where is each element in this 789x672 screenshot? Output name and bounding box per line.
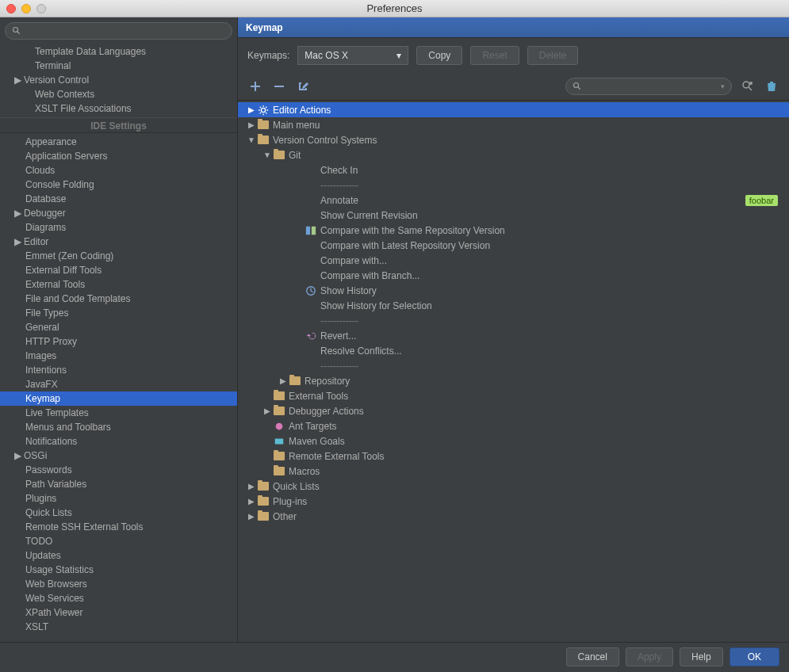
sidebar-item[interactable]: Images [0, 349, 237, 363]
svg-rect-3 [255, 82, 256, 91]
window-title: Preferences [0, 2, 789, 14]
sidebar-list[interactable]: Template Data LanguagesTerminal▶Version … [0, 44, 237, 642]
find-by-shortcut-icon[interactable] [740, 78, 756, 94]
sidebar-item[interactable]: JavaFX [0, 377, 237, 391]
sidebar-item[interactable]: ▶Version Control [0, 73, 237, 87]
sidebar-item[interactable]: Live Templates [0, 406, 237, 420]
tree-row[interactable]: ▶Debugger Actions [238, 403, 789, 418]
tree-row[interactable]: Annotatefoobar [238, 193, 789, 208]
sidebar-item[interactable]: XPath Viewer [0, 605, 237, 620]
tree-row[interactable]: Compare with... [238, 253, 789, 268]
sidebar-item[interactable]: Keymap [0, 391, 237, 406]
sidebar-item[interactable]: Web Browsers [0, 577, 237, 591]
tree-row[interactable]: ▼Version Control Systems [238, 132, 789, 147]
cancel-button[interactable]: Cancel [566, 647, 619, 666]
sidebar-item[interactable]: TODO [0, 534, 237, 548]
tree-row[interactable]: Resolve Conflicts... [238, 343, 789, 358]
sidebar-item[interactable]: Web Contexts [0, 87, 237, 101]
sidebar-section-header: IDE Settings [0, 117, 237, 133]
keymaps-dropdown[interactable]: Mac OS X ▾ [297, 46, 408, 65]
tree-row[interactable]: Show Current Revision [238, 208, 789, 223]
sidebar-item[interactable]: XSLT File Associations [0, 101, 237, 116]
sidebar-item[interactable]: External Diff Tools [0, 263, 237, 277]
svg-rect-12 [312, 226, 316, 235]
sidebar-item[interactable]: Passwords [0, 463, 237, 477]
ok-button[interactable]: OK [730, 647, 779, 666]
action-search[interactable]: ▾ [565, 78, 732, 95]
sidebar-item[interactable]: Usage Statistics [0, 563, 237, 577]
sidebar-item[interactable]: Application Servers [0, 149, 237, 163]
tree-row[interactable]: Maven Goals [238, 433, 789, 449]
keymap-subtoolbar: ▾ [238, 73, 789, 101]
tree-row[interactable]: ------------ [238, 358, 789, 373]
tree-row[interactable]: Check In [238, 162, 789, 178]
tree-row[interactable]: ▼Git [238, 147, 789, 162]
svg-point-7 [743, 82, 749, 88]
edit-shortcut-icon[interactable] [295, 78, 311, 94]
sidebar-item[interactable]: Menus and Toolbars [0, 420, 237, 434]
sidebar-item[interactable]: Appearance [0, 135, 237, 149]
search-icon [573, 82, 582, 91]
keymaps-value: Mac OS X [304, 50, 348, 61]
copy-button[interactable]: Copy [416, 46, 462, 65]
sidebar-item[interactable]: Emmet (Zen Coding) [0, 249, 237, 263]
sidebar-item[interactable]: File and Code Templates [0, 292, 237, 306]
chevron-down-icon: ▾ [396, 50, 401, 61]
sidebar-item[interactable]: Terminal [0, 59, 237, 73]
action-search-input[interactable] [585, 81, 721, 92]
tree-row[interactable]: Compare with Branch... [238, 268, 789, 283]
sidebar-item[interactable]: Notifications [0, 434, 237, 449]
tree-row[interactable]: ▶Plug-ins [238, 494, 789, 509]
sidebar-item[interactable]: Database [0, 192, 237, 206]
expand-all-icon[interactable] [247, 78, 263, 94]
tree-row[interactable]: Compare with Latest Repository Version [238, 238, 789, 253]
help-button[interactable]: Help [680, 647, 723, 666]
tree-row[interactable]: Compare with the Same Repository Version [238, 223, 789, 238]
sidebar-item[interactable]: HTTP Proxy [0, 334, 237, 349]
tree-row[interactable]: ▶Main menu [238, 117, 789, 132]
sidebar-item[interactable]: General [0, 320, 237, 334]
sidebar-search-input[interactable] [25, 25, 225, 36]
tree-row[interactable]: ▶Other [238, 509, 789, 524]
sidebar-item[interactable]: External Tools [0, 277, 237, 292]
keymap-tree[interactable]: ▶Editor Actions▶Main menu▼Version Contro… [238, 101, 789, 642]
svg-line-6 [578, 87, 580, 90]
sidebar-item[interactable]: Intentions [0, 363, 237, 377]
tree-row[interactable]: Ant Targets [238, 418, 789, 433]
sidebar-item[interactable]: Plugins [0, 491, 237, 506]
sidebar-item[interactable]: Diagrams [0, 220, 237, 235]
tree-row[interactable]: ------------ [238, 313, 789, 328]
panel-title: Keymap [238, 17, 789, 38]
sidebar-item[interactable]: Quick Lists [0, 506, 237, 520]
tree-row[interactable]: ▶Repository [238, 373, 789, 388]
shortcut-badge: foobar [745, 195, 778, 206]
tree-row[interactable]: ------------ [238, 178, 789, 193]
sidebar-item[interactable]: Web Services [0, 591, 237, 605]
keymaps-label: Keymaps: [247, 50, 289, 61]
collapse-all-icon[interactable] [271, 78, 287, 94]
sidebar-item[interactable]: Path Variables [0, 477, 237, 491]
sidebar-search[interactable] [5, 22, 232, 40]
sidebar-item[interactable]: XSLT [0, 620, 237, 634]
sidebar-item[interactable]: Console Folding [0, 178, 237, 192]
chevron-down-icon[interactable]: ▾ [721, 82, 725, 90]
remove-shortcut-icon[interactable] [764, 78, 779, 94]
tree-row[interactable]: Revert... [238, 328, 789, 343]
svg-point-5 [574, 83, 579, 88]
main-panel: Keymap Keymaps: Mac OS X ▾ Copy Reset De… [238, 17, 789, 642]
sidebar-item[interactable]: Clouds [0, 163, 237, 178]
tree-row[interactable]: Macros [238, 464, 789, 479]
sidebar-item[interactable]: File Types [0, 306, 237, 320]
sidebar-item[interactable]: Remote SSH External Tools [0, 520, 237, 534]
tree-row[interactable]: ▶Editor Actions [238, 102, 789, 117]
sidebar-item[interactable]: ▶Debugger [0, 206, 237, 220]
tree-row[interactable]: Show History for Selection [238, 298, 789, 313]
sidebar-item[interactable]: Updates [0, 548, 237, 563]
sidebar-item[interactable]: ▶OSGi [0, 449, 237, 463]
sidebar-item[interactable]: Template Data Languages [0, 44, 237, 59]
tree-row[interactable]: Remote External Tools [238, 449, 789, 464]
sidebar-item[interactable]: ▶Editor [0, 235, 237, 249]
tree-row[interactable]: External Tools [238, 388, 789, 403]
tree-row[interactable]: Show History [238, 283, 789, 298]
tree-row[interactable]: ▶Quick Lists [238, 479, 789, 494]
